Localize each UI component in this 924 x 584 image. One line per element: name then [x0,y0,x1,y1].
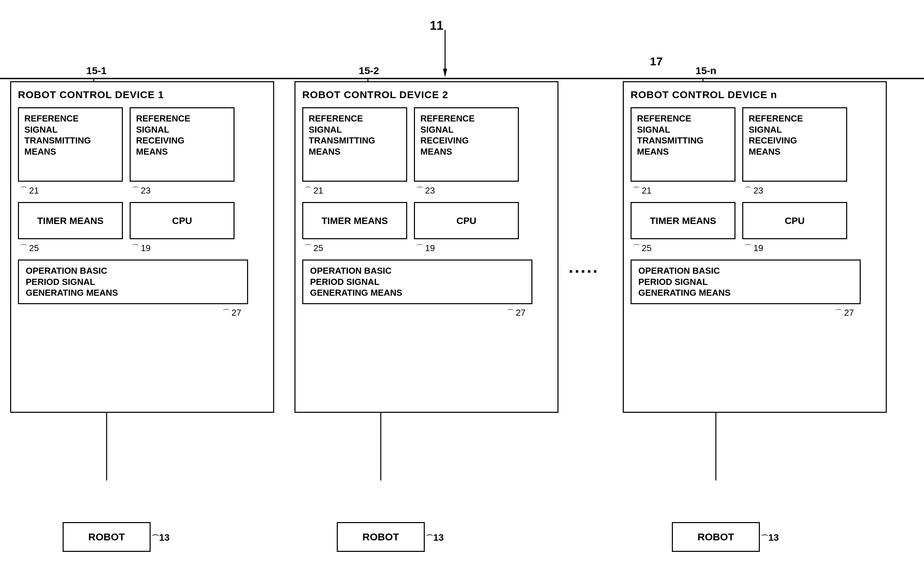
device-1-cpu-box: CPU [130,202,234,239]
device-1-sublabel-row3: ⌒ 27 [18,308,266,318]
device-n-sublabel-row1: ⌒ 21 ⌒ 23 [630,185,879,196]
device-1-timer-row: TIMER MEANS CPU [18,202,266,239]
device-2-sublabel-row3: ⌒ 27 [302,308,551,318]
device-2-num-receive: ⌒ 23 [414,185,519,196]
device-n-ref-transmit-box: REFERENCESIGNALTRANSMITTINGMEANS [630,107,736,182]
device-1-title: ROBOT CONTROL DEVICE 1 [18,89,266,101]
device-box-1: ROBOT CONTROL DEVICE 1 REFERENCESIGNALTR… [10,81,274,413]
device-2-timer-row: TIMER MEANS CPU [302,202,551,239]
diagram: 11 17 15-1 ROBOT CONTROL DEVICE 1 REFERE… [0,0,924,584]
device-1-num-cpu: ⌒ 19 [130,243,234,253]
device-n-sublabel-row2: ⌒ 25 ⌒ 19 [630,243,879,253]
device-1-num-receive: ⌒ 23 [130,185,234,196]
device-n-timer-row: TIMER MEANS CPU [630,202,879,239]
device-n-cpu-box: CPU [742,202,847,239]
robot-box-1: ROBOT [63,522,151,552]
robot-box-n: ROBOT [672,522,760,552]
robot-box-2: ROBOT [337,522,425,552]
device-n-timer-box: TIMER MEANS [630,202,736,239]
bus-line [0,78,924,79]
device-n-num-cpu: ⌒ 19 [742,243,847,253]
vline-device1-robot1 [106,413,107,480]
vline-device-n-robot-n [715,413,717,480]
device-2-title: ROBOT CONTROL DEVICE 2 [302,89,551,101]
device-2-num-cpu: ⌒ 19 [414,243,519,253]
device-2-operation-box: OPERATION BASICPERIOD SIGNALGENERATING M… [302,259,532,304]
device-2-cpu-box: CPU [414,202,519,239]
device-2-timer-box: TIMER MEANS [302,202,407,239]
device-1-num-timer: ⌒ 25 [18,243,123,253]
device-2-ref-receive-box: REFERENCESIGNALRECEIVINGMEANS [414,107,519,182]
device-1-ref-row: REFERENCESIGNALTRANSMITTINGMEANS REFEREN… [18,107,266,182]
device-1-timer-box: TIMER MEANS [18,202,123,239]
device-n-ref-receive-box: REFERENCESIGNALRECEIVINGMEANS [742,107,847,182]
device-1-operation-box: OPERATION BASICPERIOD SIGNALGENERATING M… [18,259,248,304]
device-2-sublabel-row1: ⌒ 21 ⌒ 23 [302,185,551,196]
device-n-num-operation: ⌒ 27 [630,308,861,318]
device-2-num-operation: ⌒ 27 [302,308,532,318]
device-n-operation-row: OPERATION BASICPERIOD SIGNALGENERATING M… [630,259,879,304]
device-n-num-receive: ⌒ 23 [742,185,847,196]
device-1-num-operation: ⌒ 27 [18,308,248,318]
device-2-sublabel-row2: ⌒ 25 ⌒ 19 [302,243,551,253]
device-1-ref-transmit-box: REFERENCESIGNALTRANSMITTINGMEANS [18,107,123,182]
device-1-label: 15-1 [86,65,107,76]
device-2-ref-row: REFERENCESIGNALTRANSMITTINGMEANS REFEREN… [302,107,551,182]
device-1-sublabel-row1: ⌒ 21 ⌒ 23 [18,185,266,196]
device-n-title: ROBOT CONTROL DEVICE n [630,89,879,101]
device-n-num-transmit: ⌒ 21 [630,185,736,196]
device-n-label: 15-n [696,65,716,76]
device-2-num-timer: ⌒ 25 [302,243,407,253]
svg-marker-1 [443,69,447,77]
device-1-num-transmit: ⌒ 21 [18,185,123,196]
device-2-operation-row: OPERATION BASICPERIOD SIGNALGENERATING M… [302,259,551,304]
device-n-operation-box: OPERATION BASICPERIOD SIGNALGENERATING M… [630,259,861,304]
label-17: 17 [650,55,663,68]
arrow-11 [438,30,452,79]
robot-1-label: ⌒13 [152,532,170,543]
device-2-label: 15-2 [359,65,379,76]
device-box-n: ROBOT CONTROL DEVICE n REFERENCESIGNALTR… [623,81,887,413]
robot-2-label: ⌒13 [426,532,444,543]
device-2-num-transmit: ⌒ 21 [302,185,407,196]
device-n-ref-row: REFERENCESIGNALTRANSMITTINGMEANS REFEREN… [630,107,879,182]
device-1-ref-receive-box: REFERENCESIGNALRECEIVINGMEANS [130,107,234,182]
device-1-operation-row: OPERATION BASICPERIOD SIGNALGENERATING M… [18,259,266,304]
device-1-sublabel-row2: ⌒ 25 ⌒ 19 [18,243,266,253]
vline-device2-robot2 [380,413,382,480]
robot-n-label: ⌒13 [761,532,779,543]
ellipsis: ..... [569,257,599,277]
device-box-2: ROBOT CONTROL DEVICE 2 REFERENCESIGNALTR… [294,81,558,413]
device-2-ref-transmit-box: REFERENCESIGNALTRANSMITTINGMEANS [302,107,407,182]
device-n-num-timer: ⌒ 25 [630,243,736,253]
device-n-sublabel-row3: ⌒ 27 [630,308,879,318]
